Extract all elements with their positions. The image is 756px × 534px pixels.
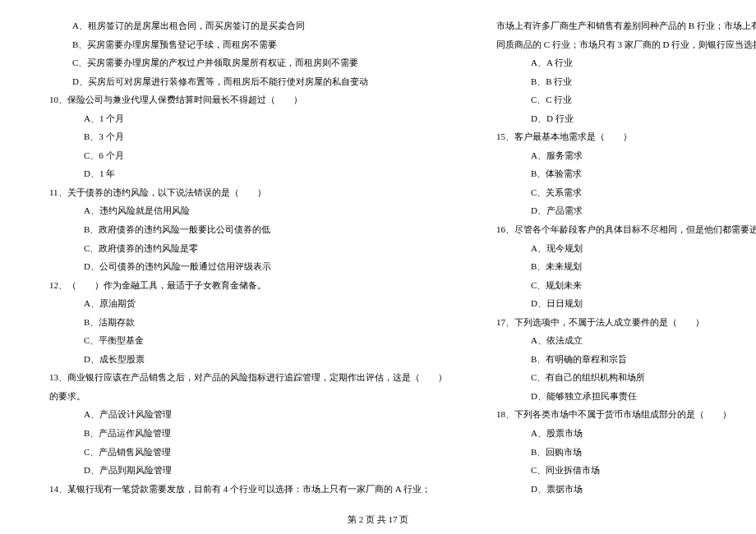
option-text: C、关系需求: [496, 183, 756, 202]
option-text: D、D 行业: [496, 109, 756, 128]
option-text: B、活期存款: [49, 313, 447, 332]
option-text: D、买房后可对房屋进行装修布置等，而租房后不能行使对房屋的私自变动: [49, 72, 447, 91]
option-text: C、6 个月: [49, 146, 447, 165]
option-text: D、成长型股票: [49, 350, 447, 369]
option-text: B、未来规划: [496, 257, 756, 276]
question-text: 17、下列选项中，不属于法人成立要件的是（ ）: [496, 313, 756, 332]
option-text: D、1 年: [49, 164, 447, 183]
option-text: A、股票市场: [496, 424, 756, 443]
question-text: 10、保险公司与兼业代理人保费结算时间最长不得超过（ ）: [49, 90, 447, 109]
option-text: A、A 行业: [496, 53, 756, 72]
option-text: D、能够独立承担民事责任: [496, 387, 756, 406]
question-text: 15、客户最基本地需求是（ ）: [496, 127, 756, 146]
question-text: 同质商品的 C 行业；市场只有 3 家厂商的 D 行业，则银行应当选择（ ）: [496, 35, 756, 54]
question-text: 18、下列各类市场中不属于货币市场组成部分的是（ ）: [496, 405, 756, 424]
question-text: 12、（ ）作为金融工具，最适于子女教育金储备。: [49, 276, 447, 295]
option-text: A、现今规划: [496, 239, 756, 258]
option-text: B、产品运作风险管理: [49, 424, 447, 443]
option-text: C、平衡型基金: [49, 331, 447, 350]
option-text: A、服务需求: [496, 146, 756, 165]
option-text: A、1 个月: [49, 109, 447, 128]
option-text: D、产品需求: [496, 201, 756, 220]
option-text: B、政府债券的违约风险一般要比公司债券的低: [49, 220, 447, 239]
option-text: A、产品设计风险管理: [49, 405, 447, 424]
option-text: C、规划未来: [496, 276, 756, 295]
option-text: A、依法成立: [496, 331, 756, 350]
option-text: D、票据市场: [496, 480, 756, 499]
question-text: 市场上有许多厂商生产和销售有差别同种产品的 B 行业；市场上有许多厂商生产和销售…: [496, 16, 756, 35]
question-text: 11、关于债券的违约风险，以下说法错误的是（ ）: [49, 183, 447, 202]
option-text: A、违约风险就是信用风险: [49, 201, 447, 220]
page-footer: 第 2 页 共 17 页: [0, 513, 756, 526]
option-text: B、回购市场: [496, 443, 756, 462]
option-text: B、买房需要办理房屋预售登记手续，而租房不需要: [49, 35, 447, 54]
option-text: A、租房签订的是房屋出租合同，而买房签订的是买卖合同: [49, 16, 447, 35]
left-column: A、租房签订的是房屋出租合同，而买房签订的是买卖合同 B、买房需要办理房屋预售登…: [49, 16, 447, 485]
option-text: C、C 行业: [496, 90, 756, 109]
option-text: A、原油期货: [49, 294, 447, 313]
content-columns: A、租房签订的是房屋出租合同，而买房签订的是买卖合同 B、买房需要办理房屋预售登…: [49, 16, 723, 485]
option-text: D、公司债券的违约风险一般通过信用评级表示: [49, 257, 447, 276]
option-text: C、有自己的组织机构和场所: [496, 368, 756, 387]
question-text: 14、某银行现有一笔贷款需要发放，目前有 4 个行业可以选择：市场上只有一家厂商…: [49, 480, 447, 499]
option-text: D、日日规划: [496, 294, 756, 313]
option-text: D、产品到期风险管理: [49, 461, 447, 480]
option-text: B、3 个月: [49, 127, 447, 146]
question-text: 的要求。: [49, 387, 447, 406]
option-text: C、同业拆借市场: [496, 461, 756, 480]
option-text: B、体验需求: [496, 164, 756, 183]
option-text: B、有明确的章程和宗旨: [496, 350, 756, 369]
option-text: B、B 行业: [496, 72, 756, 91]
option-text: C、政府债券的违约风险是零: [49, 239, 447, 258]
question-text: 13、商业银行应该在产品销售之后，对产品的风险指标进行追踪管理，定期作出评估，这…: [49, 368, 447, 387]
option-text: C、产品销售风险管理: [49, 443, 447, 462]
question-text: 16、尽管各个年龄段客户的具体目标不尽相同，但是他们都需要进行（ ）: [496, 220, 756, 239]
option-text: C、买房需要办理房屋的产权过户并领取房屋所有权证，而租房则不需要: [49, 53, 447, 72]
right-column: 市场上有许多厂商生产和销售有差别同种产品的 B 行业；市场上有许多厂商生产和销售…: [496, 16, 756, 485]
